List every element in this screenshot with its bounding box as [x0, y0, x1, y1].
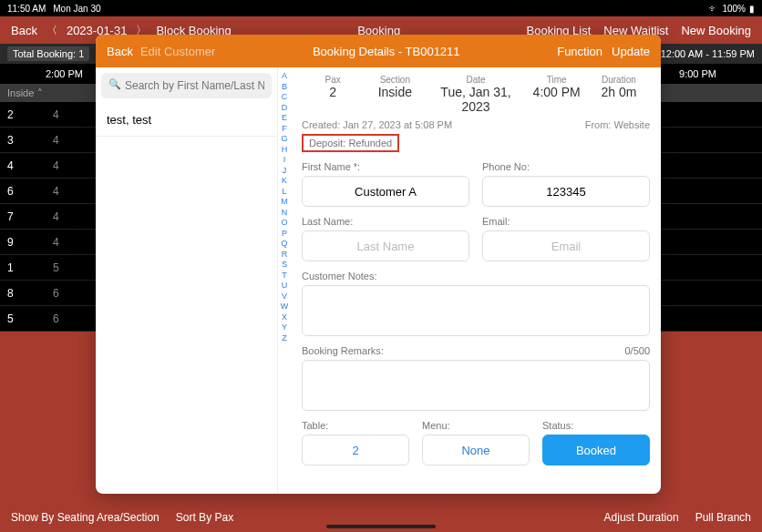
customer-list: test, test [96, 104, 277, 494]
table-number: 4 [7, 159, 53, 172]
alpha-n[interactable]: N [282, 208, 288, 217]
search-input[interactable] [101, 73, 272, 98]
table-pax: 4 [53, 185, 59, 198]
nav-new-booking[interactable]: New Booking [681, 24, 751, 37]
alpha-z[interactable]: Z [282, 333, 287, 343]
phone-field[interactable] [482, 176, 650, 207]
chevron-up-icon: ˄ [37, 87, 43, 99]
show-by-button[interactable]: Show By Seating Area/Section [11, 511, 160, 524]
alpha-m[interactable]: M [281, 197, 288, 206]
alpha-a[interactable]: A [282, 71, 287, 80]
alpha-r[interactable]: R [282, 250, 288, 259]
alpha-k[interactable]: K [282, 176, 287, 185]
table-pax: 4 [53, 210, 59, 223]
status-time: 11:50 AM [7, 4, 46, 14]
alpha-s[interactable]: S [282, 260, 287, 269]
alpha-index[interactable]: ABCDEFGHIJKLMNOPQRSTUVWXYZ [278, 67, 291, 494]
alpha-t[interactable]: T [282, 271, 287, 280]
email-field[interactable] [482, 230, 650, 261]
menu-label: Menu: [422, 420, 530, 431]
table-label: Table: [302, 420, 409, 431]
booking-details-modal: Back Edit Customer Booking Details - TB0… [96, 35, 661, 494]
time-label: Time [526, 75, 588, 85]
alpha-q[interactable]: Q [281, 239, 287, 248]
time-range: 12:00 AM - 11:59 PM [661, 48, 755, 59]
function-button[interactable]: Function [557, 45, 602, 58]
alpha-x[interactable]: X [282, 312, 287, 322]
update-button[interactable]: Update [612, 45, 650, 58]
table-number: 2 [7, 108, 53, 121]
home-indicator [326, 525, 436, 528]
alpha-i[interactable]: I [283, 155, 286, 164]
created-text: Created: Jan 27, 2023 at 5:08 PM [302, 119, 452, 130]
modal-title: Booking Details - TB001211 [215, 45, 557, 58]
alpha-c[interactable]: C [282, 92, 288, 101]
battery-label: 100% [722, 4, 746, 14]
table-number: 1 [7, 261, 53, 274]
sort-by-button[interactable]: Sort By Pax [176, 511, 233, 524]
pull-branch-button[interactable]: Pull Branch [695, 511, 751, 524]
table-number: 9 [7, 236, 53, 249]
last-name-label: Last Name: [302, 216, 469, 227]
status-date: Mon Jan 30 [53, 4, 100, 14]
deposit-badge: Deposit: Refunded [302, 134, 399, 152]
alpha-y[interactable]: Y [282, 322, 287, 332]
table-pax: 5 [53, 261, 59, 274]
total-booking-count: Total Booking: 1 [7, 46, 89, 61]
alpha-e[interactable]: E [282, 113, 287, 122]
alpha-d[interactable]: D [282, 103, 288, 112]
table-number: 6 [7, 185, 53, 198]
alpha-l[interactable]: L [282, 187, 286, 196]
modal-back-button[interactable]: Back [107, 45, 133, 58]
customer-panel: test, test [96, 67, 278, 494]
adjust-duration-button[interactable]: Adjust Duration [604, 511, 679, 524]
date-label: Date [426, 75, 525, 85]
alpha-v[interactable]: V [282, 292, 287, 301]
alpha-h[interactable]: H [282, 145, 288, 154]
alpha-w[interactable]: W [281, 302, 289, 311]
table-button[interactable]: 2 [302, 435, 409, 466]
email-label: Email: [482, 216, 650, 227]
table-pax: 4 [53, 236, 59, 249]
last-name-field[interactable] [302, 230, 469, 261]
alpha-j[interactable]: J [283, 166, 287, 175]
menu-button[interactable]: None [422, 435, 530, 466]
time-slot-2: 9:00 PM [679, 68, 716, 79]
wifi-icon: ᯤ [709, 4, 718, 14]
nav-back[interactable]: Back [11, 24, 37, 37]
alpha-o[interactable]: O [281, 218, 287, 227]
chevron-left-icon[interactable]: 〈 [46, 23, 57, 38]
section-label: Section [364, 75, 426, 85]
table-pax: 4 [53, 134, 59, 147]
first-name-label: First Name *: [302, 161, 469, 172]
booking-remarks-field[interactable] [302, 360, 650, 411]
date-value: Tue, Jan 31, 2023 [426, 85, 525, 114]
customer-notes-field[interactable] [302, 285, 650, 336]
table-number: 5 [7, 312, 53, 325]
from-text: From: Website [585, 119, 650, 130]
table-pax: 4 [53, 108, 59, 121]
battery-icon: ▮ [749, 4, 755, 14]
table-number: 3 [7, 134, 53, 147]
status-bar: 11:50 AM Mon Jan 30 ᯤ 100% ▮ [0, 0, 762, 16]
alpha-b[interactable]: B [282, 82, 287, 91]
remarks-label: Booking Remarks: [302, 345, 384, 356]
table-pax: 6 [53, 312, 59, 325]
status-label: Status: [542, 420, 650, 431]
alpha-p[interactable]: P [282, 229, 287, 238]
pax-label: Pax [302, 75, 364, 85]
status-button[interactable]: Booked [542, 435, 650, 466]
modal-header: Back Edit Customer Booking Details - TB0… [96, 35, 661, 67]
duration-label: Duration [588, 75, 650, 85]
first-name-field[interactable] [302, 176, 469, 207]
remarks-count: 0/500 [624, 345, 650, 356]
duration-value: 2h 0m [588, 85, 650, 99]
customer-item[interactable]: test, test [96, 104, 277, 137]
alpha-u[interactable]: U [282, 281, 288, 290]
alpha-g[interactable]: G [281, 134, 287, 143]
alpha-f[interactable]: F [282, 124, 287, 133]
table-pax: 4 [53, 159, 59, 172]
edit-customer-button[interactable]: Edit Customer [140, 45, 215, 58]
pax-value: 2 [302, 85, 364, 99]
time-slot-1: 2:00 PM [46, 68, 83, 79]
